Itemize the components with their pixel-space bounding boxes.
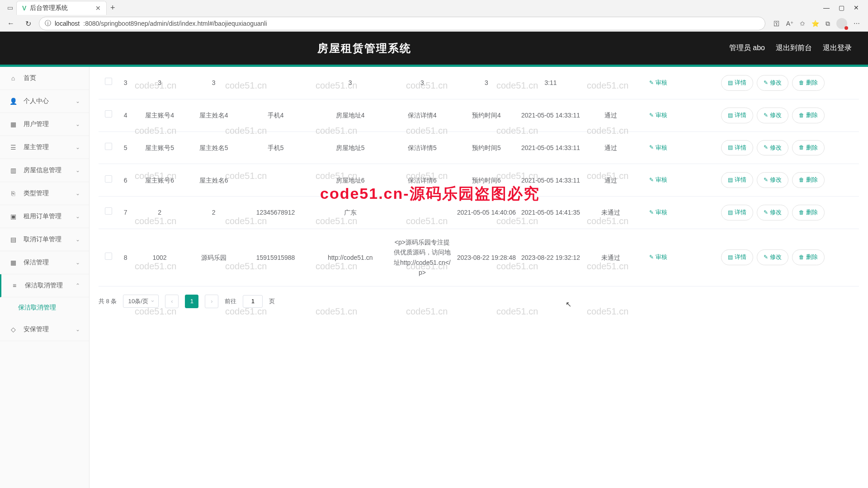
- sidebar-item-house-info[interactable]: ▥ 房屋信息管理 ⌄: [0, 159, 89, 182]
- current-user[interactable]: 管理员 abo: [729, 43, 765, 53]
- new-tab-button[interactable]: +: [110, 3, 115, 13]
- pencil-icon: ✎: [764, 176, 768, 184]
- cell-audit: ✎审核: [630, 197, 687, 229]
- sidebar-item-types[interactable]: ⎘ 类型管理 ⌄: [0, 182, 89, 205]
- sidebar-item-users[interactable]: ▦ 用户管理 ⌄: [0, 113, 89, 136]
- data-table: 3 3 3 3 3 3 3:11 ✎审核 ▤详情 ✎修改 🗑删除 4 屋主账号4…: [99, 67, 859, 286]
- detail-button[interactable]: ▤详情: [721, 108, 753, 123]
- goto-page-input[interactable]: [243, 295, 263, 308]
- audit-button[interactable]: ✎审核: [643, 108, 674, 123]
- cell-c2: 2: [187, 197, 241, 229]
- cell-index: 6: [118, 164, 132, 197]
- audit-button[interactable]: ✎审核: [643, 250, 674, 265]
- next-page-button[interactable]: ›: [205, 295, 218, 308]
- sidebar-subitem-cleaning-cancel[interactable]: 保洁取消管理: [0, 297, 89, 318]
- delete-button[interactable]: 🗑删除: [792, 172, 825, 188]
- audit-button[interactable]: ✎审核: [643, 205, 674, 220]
- audit-button[interactable]: ✎审核: [643, 75, 674, 90]
- audit-button[interactable]: ✎审核: [643, 141, 674, 155]
- chevron-down-icon: ⌄: [75, 98, 80, 104]
- delete-button[interactable]: 🗑删除: [792, 205, 825, 221]
- sidebar-item-security[interactable]: ◇ 安保管理 ⌄: [0, 318, 89, 341]
- chevron-up-icon: ⌃: [75, 282, 80, 289]
- browser-tab[interactable]: V 后台管理系统 ✕: [16, 1, 107, 15]
- delete-button[interactable]: 🗑删除: [792, 108, 825, 123]
- edit-button[interactable]: ✎修改: [757, 108, 788, 123]
- detail-button[interactable]: ▤详情: [721, 205, 753, 221]
- audit-button[interactable]: ✎审核: [643, 173, 674, 188]
- cell-c3: 手机4: [241, 99, 311, 131]
- url-host: localhost: [55, 20, 80, 27]
- tab-list-icon[interactable]: ▭: [4, 1, 16, 14]
- cell-c7: 2021-05-05 14:33:11: [519, 99, 583, 131]
- cell-c4: 广东: [311, 197, 390, 229]
- chevron-down-icon: ⌄: [75, 259, 80, 266]
- sidebar-item-profile[interactable]: 👤 个人中心 ⌄: [0, 90, 89, 113]
- more-icon[interactable]: ⋯: [854, 20, 860, 27]
- sidebar-item-cleaning[interactable]: ▦ 保洁管理 ⌄: [0, 251, 89, 274]
- edit-button[interactable]: ✎修改: [757, 205, 788, 221]
- close-window-icon[interactable]: ✕: [854, 4, 859, 11]
- profile-avatar[interactable]: [836, 18, 847, 29]
- sidebar-item-owners[interactable]: ☰ 屋主管理 ⌄: [0, 136, 89, 159]
- row-checkbox[interactable]: [105, 207, 112, 215]
- cell-c5: <p>源码乐园专注提供优质源码，访问地址http://code51.cn</p>: [390, 229, 454, 286]
- detail-button[interactable]: ▤详情: [721, 249, 753, 265]
- pencil-icon: ✎: [764, 111, 768, 120]
- cell-audit: ✎审核: [630, 67, 687, 99]
- sidebar-item-rent-orders[interactable]: ▣ 租用订单管理 ⌄: [0, 205, 89, 228]
- logout-link[interactable]: 退出登录: [823, 43, 852, 53]
- chevron-down-icon: ⌄: [75, 144, 80, 150]
- detail-button[interactable]: ▤详情: [721, 140, 753, 156]
- row-checkbox[interactable]: [105, 78, 112, 85]
- delete-button[interactable]: 🗑删除: [792, 140, 825, 156]
- maximize-icon[interactable]: ▢: [839, 4, 844, 11]
- table-row: 3 3 3 3 3 3 3:11 ✎审核 ▤详情 ✎修改 🗑删除: [99, 67, 859, 99]
- sidebar-item-label: 取消订单管理: [24, 235, 61, 244]
- sidebar-item-label: 类型管理: [24, 189, 49, 197]
- sidebar-item-label: 首页: [24, 74, 36, 82]
- sidebar-item-cleaning-cancel[interactable]: ≡ 保洁取消管理 ⌃: [0, 274, 89, 297]
- close-tab-icon[interactable]: ✕: [95, 5, 101, 12]
- star-outline-icon[interactable]: ✩: [800, 20, 805, 27]
- address-bar[interactable]: ⓘ localhost:8080/springboot89nep/admin/d…: [39, 17, 765, 30]
- cell-c1: 屋主账号4: [132, 99, 187, 131]
- delete-button[interactable]: 🗑删除: [792, 249, 825, 265]
- detail-button[interactable]: ▤详情: [721, 75, 753, 91]
- cell-c2: 源码乐园: [187, 229, 241, 286]
- sidebar-item-home[interactable]: ⌂ 首页: [0, 67, 89, 90]
- edit-button[interactable]: ✎修改: [757, 140, 788, 156]
- back-button[interactable]: ←: [5, 17, 17, 30]
- cell-c7: 2023-08-22 19:32:12: [519, 229, 583, 286]
- detail-button[interactable]: ▤详情: [721, 172, 753, 188]
- delete-button[interactable]: 🗑删除: [792, 75, 825, 91]
- favorites-icon[interactable]: ⭐: [811, 20, 819, 27]
- page-size-select[interactable]: 10条/页: [123, 295, 159, 308]
- minimize-icon[interactable]: —: [823, 4, 830, 11]
- key-icon[interactable]: ⚿: [774, 20, 780, 27]
- row-checkbox[interactable]: [105, 110, 112, 117]
- edit-button[interactable]: ✎修改: [757, 75, 788, 91]
- cell-audit: ✎审核: [630, 229, 687, 286]
- row-checkbox[interactable]: [105, 175, 112, 183]
- edit-icon: ✎: [649, 176, 654, 184]
- page-1-button[interactable]: 1: [185, 295, 198, 308]
- cell-c7: 2021-05-05 14:33:11: [519, 131, 583, 164]
- cell-c6: 2023-08-22 19:28:48: [454, 229, 519, 286]
- cell-actions: ▤详情 ✎修改 🗑删除: [687, 131, 859, 164]
- row-checkbox[interactable]: [105, 143, 112, 150]
- to-frontend-link[interactable]: 退出到前台: [776, 43, 812, 53]
- edit-button[interactable]: ✎修改: [757, 172, 788, 188]
- prev-page-button[interactable]: ‹: [165, 295, 179, 308]
- cell-c5: 保洁详情6: [390, 164, 454, 197]
- row-checkbox[interactable]: [105, 253, 112, 260]
- edit-button[interactable]: ✎修改: [757, 249, 788, 265]
- cell-c1: 屋主账号6: [132, 164, 187, 197]
- sidebar-item-cancel-orders[interactable]: ▤ 取消订单管理 ⌄: [0, 228, 89, 251]
- read-aloud-icon[interactable]: A⁺: [786, 20, 793, 27]
- vue-favicon-icon: V: [22, 5, 26, 12]
- refresh-button[interactable]: ↻: [22, 17, 34, 30]
- edit-icon: ✎: [649, 143, 654, 152]
- collections-icon[interactable]: ⧉: [826, 20, 830, 28]
- edit-icon: ✎: [649, 208, 654, 217]
